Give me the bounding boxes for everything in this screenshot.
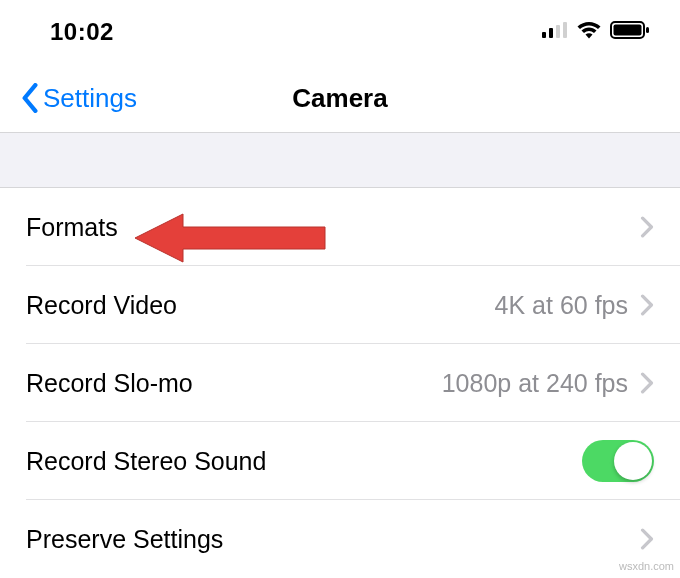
- section-spacer: [0, 132, 680, 188]
- status-bar: 10:02: [0, 0, 680, 64]
- toggle-knob: [614, 442, 652, 480]
- status-icons: [542, 21, 650, 43]
- chevron-right-icon: [640, 294, 654, 316]
- row-label: Record Stereo Sound: [26, 447, 266, 476]
- svg-rect-6: [646, 27, 649, 33]
- page-title: Camera: [292, 83, 387, 114]
- wifi-icon: [576, 21, 602, 43]
- svg-rect-2: [556, 25, 560, 38]
- chevron-right-icon: [640, 216, 654, 238]
- settings-list: Formats Record Video 4K at 60 fps Record…: [0, 188, 680, 578]
- row-label: Formats: [26, 213, 118, 242]
- back-label: Settings: [43, 83, 137, 114]
- row-label: Record Slo-mo: [26, 369, 193, 398]
- svg-rect-5: [614, 25, 642, 36]
- cellular-icon: [542, 22, 568, 42]
- row-record-video[interactable]: Record Video 4K at 60 fps: [0, 266, 680, 344]
- row-detail: 1080p at 240 fps: [442, 369, 628, 398]
- row-formats[interactable]: Formats: [0, 188, 680, 266]
- watermark: wsxdn.com: [619, 560, 674, 572]
- row-label: Preserve Settings: [26, 525, 223, 554]
- chevron-right-icon: [640, 372, 654, 394]
- chevron-right-icon: [640, 528, 654, 550]
- chevron-left-icon: [20, 83, 40, 113]
- row-label: Record Video: [26, 291, 177, 320]
- row-record-slomo[interactable]: Record Slo-mo 1080p at 240 fps: [0, 344, 680, 422]
- nav-header: Settings Camera: [0, 64, 680, 132]
- svg-rect-3: [563, 22, 567, 38]
- row-preserve-settings[interactable]: Preserve Settings: [0, 500, 680, 578]
- back-button[interactable]: Settings: [20, 83, 137, 114]
- svg-rect-0: [542, 32, 546, 38]
- status-time: 10:02: [50, 18, 114, 46]
- row-detail: 4K at 60 fps: [495, 291, 628, 320]
- battery-icon: [610, 21, 650, 43]
- svg-rect-1: [549, 28, 553, 38]
- toggle-stereo-sound[interactable]: [582, 440, 654, 482]
- row-record-stereo[interactable]: Record Stereo Sound: [0, 422, 680, 500]
